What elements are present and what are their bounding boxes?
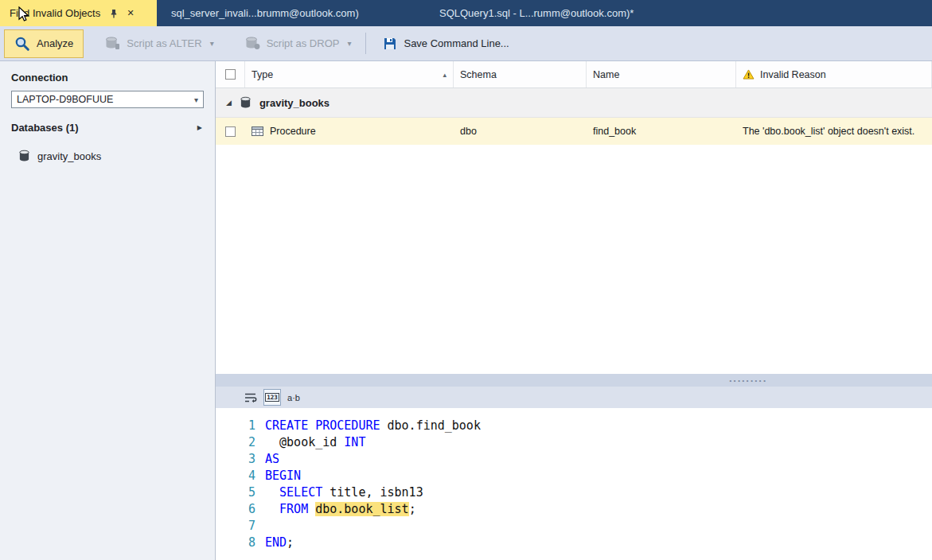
code-line: 1 CREATE PROCEDURE dbo.find_book bbox=[216, 417, 932, 434]
sql-preview-editor[interactable]: 1 CREATE PROCEDURE dbo.find_book 2 @book… bbox=[216, 408, 932, 560]
select-all-header-cell bbox=[216, 61, 245, 88]
line-number: 6 bbox=[216, 502, 265, 516]
code-line: 6 FROM dbo.book_list ; bbox=[216, 500, 932, 517]
tab-sql-server-invalid-script[interactable]: sql_server_invali...brumm@outlook.com) bbox=[162, 0, 369, 26]
row-select-cell bbox=[216, 118, 245, 145]
code-line: 4 BEGIN bbox=[216, 467, 932, 484]
line-numbers-icon: 123 bbox=[265, 393, 279, 402]
line-number: 3 bbox=[216, 452, 265, 466]
tab-label: Find Invalid Objects bbox=[10, 7, 100, 19]
databases-section-header[interactable]: Databases (1) ▶ bbox=[11, 122, 204, 134]
invalid-reason-header-label: Invalid Reason bbox=[760, 69, 826, 80]
line-number: 4 bbox=[216, 469, 265, 483]
tab-label: sql_server_invali...brumm@outlook.com) bbox=[171, 7, 359, 19]
save-command-line-label: Save Command Line... bbox=[404, 37, 509, 49]
group-label: gravity_books bbox=[259, 97, 330, 109]
line-numbers-toggle[interactable]: 123 bbox=[263, 389, 281, 406]
row-checkbox[interactable] bbox=[225, 126, 236, 137]
connection-combobox[interactable]: LAPTOP-D9BOFUUE ▾ bbox=[11, 91, 204, 108]
sql-keyword: SELECT bbox=[279, 485, 322, 500]
code-line: 3 AS bbox=[216, 450, 932, 467]
chevron-down-icon[interactable]: ▾ bbox=[210, 39, 214, 48]
toolbar-separator bbox=[365, 33, 366, 54]
tab-sqlquery1[interactable]: SQLQuery1.sql - L...rumm@outlook.com)* bbox=[430, 0, 643, 26]
code-line: 7 bbox=[216, 517, 932, 534]
database-icon bbox=[240, 96, 252, 109]
grid-header-row: Type ▴ Schema Name Invalid Reason bbox=[216, 61, 932, 88]
sql-text: @book_id bbox=[265, 435, 344, 449]
database-name: gravity_books bbox=[37, 150, 101, 162]
line-number: 8 bbox=[216, 535, 265, 550]
sql-keyword: AS bbox=[265, 452, 279, 466]
line-number: 1 bbox=[216, 418, 265, 433]
sql-text: ; bbox=[409, 502, 416, 516]
column-header-schema[interactable]: Schema bbox=[454, 61, 587, 88]
editor-toolbar: 123 a·b bbox=[216, 387, 932, 408]
column-header-invalid-reason[interactable]: Invalid Reason bbox=[736, 61, 932, 88]
row-invalid-reason-value: The 'dbo.book_list' object doesn't exist… bbox=[743, 126, 914, 137]
pin-icon[interactable] bbox=[108, 8, 119, 19]
chevron-down-icon[interactable]: ▾ bbox=[347, 39, 351, 48]
connection-value: LAPTOP-D9BOFUUE bbox=[17, 94, 113, 105]
sql-text bbox=[308, 502, 315, 516]
script-database-icon bbox=[244, 37, 260, 50]
splitter-grip[interactable]: ········· bbox=[729, 374, 767, 387]
databases-label: Databases (1) bbox=[11, 122, 79, 134]
sql-text bbox=[265, 485, 279, 500]
select-all-checkbox[interactable] bbox=[225, 69, 236, 80]
sql-keyword: INT bbox=[344, 435, 365, 449]
row-name-value: find_book bbox=[593, 126, 636, 137]
script-as-drop-button[interactable]: Script as DROP ▾ bbox=[235, 29, 361, 58]
analyze-label: Analyze bbox=[37, 37, 73, 49]
main-toolbar: Analyze Script as ALTER ▾ Script as DROP… bbox=[0, 26, 932, 61]
column-header-type[interactable]: Type ▴ bbox=[245, 61, 454, 88]
sql-keyword: FROM bbox=[279, 502, 308, 516]
word-wrap-icon bbox=[244, 392, 257, 403]
analyze-button[interactable]: Analyze bbox=[4, 29, 84, 58]
name-header-label: Name bbox=[593, 69, 619, 80]
whitespace-icon: a·b bbox=[287, 393, 300, 402]
row-type-cell: Procedure bbox=[245, 118, 454, 145]
chevron-down-icon[interactable]: ▾ bbox=[189, 95, 203, 104]
table-row[interactable]: Procedure dbo find_book The 'dbo.book_li… bbox=[216, 118, 932, 145]
sql-text: dbo.find_book bbox=[380, 418, 481, 433]
save-command-line-button[interactable]: Save Command Line... bbox=[373, 29, 518, 58]
connection-sidebar: Connection LAPTOP-D9BOFUUE ▾ Databases (… bbox=[0, 61, 216, 560]
code-line: 5 SELECT title, isbn13 bbox=[216, 484, 932, 500]
word-wrap-button[interactable] bbox=[242, 389, 259, 406]
script-as-alter-button[interactable]: Script as ALTER ▾ bbox=[95, 29, 223, 58]
whitespace-toggle[interactable]: a·b bbox=[285, 389, 302, 406]
column-header-name[interactable]: Name bbox=[587, 61, 736, 88]
group-expander-icon[interactable]: ◢ bbox=[226, 99, 232, 107]
line-number: 7 bbox=[216, 519, 265, 533]
code-line: 8 END ; bbox=[216, 534, 932, 550]
line-number: 5 bbox=[216, 485, 265, 500]
schema-header-label: Schema bbox=[460, 69, 497, 80]
sql-text: title, isbn13 bbox=[322, 485, 423, 500]
row-invalid-reason-cell: The 'dbo.book_list' object doesn't exist… bbox=[736, 118, 932, 145]
save-floppy-icon bbox=[383, 37, 397, 51]
row-schema-cell: dbo bbox=[454, 118, 587, 145]
sql-keyword: BEGIN bbox=[265, 469, 301, 483]
script-as-drop-label: Script as DROP bbox=[267, 37, 340, 49]
sidebar-item-gravity-books[interactable]: gravity_books bbox=[11, 150, 204, 162]
procedure-icon bbox=[252, 126, 263, 136]
sort-ascending-icon: ▴ bbox=[443, 71, 447, 79]
row-type-value: Procedure bbox=[270, 126, 316, 137]
tab-icons: ✕ bbox=[108, 8, 136, 19]
document-tab-bar: Find Invalid Objects ✕ sql_server_invali… bbox=[0, 0, 932, 26]
line-number: 2 bbox=[216, 435, 265, 449]
script-database-icon bbox=[104, 37, 120, 50]
tab-find-invalid-objects[interactable]: Find Invalid Objects ✕ bbox=[0, 0, 157, 26]
database-icon bbox=[18, 150, 30, 162]
tab-label: SQLQuery1.sql - L...rumm@outlook.com)* bbox=[439, 7, 634, 19]
warning-icon bbox=[743, 69, 755, 80]
sql-text bbox=[265, 502, 279, 516]
find-invalid-objects-window: { "window": { "tabs": [ { "label": "Find… bbox=[0, 0, 932, 560]
close-icon[interactable]: ✕ bbox=[125, 8, 136, 19]
database-group-row[interactable]: ◢ gravity_books bbox=[216, 88, 932, 118]
invalid-objects-grid: Type ▴ Schema Name Invalid Reason ◢ bbox=[216, 61, 932, 374]
horizontal-splitter[interactable]: ········· bbox=[216, 374, 932, 387]
row-schema-value: dbo bbox=[460, 126, 477, 137]
magnifier-icon bbox=[14, 36, 30, 52]
